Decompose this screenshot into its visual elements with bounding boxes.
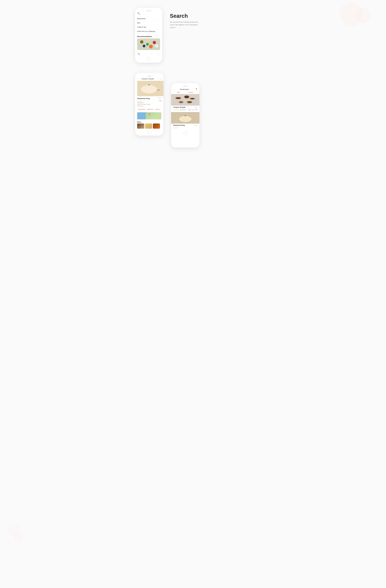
recommendations-title: Recommendations	[137, 36, 160, 38]
detail-stars: ★ ★ ★ ★ ★	[137, 101, 143, 102]
sk-star-1: ★	[173, 127, 174, 128]
shawarma-king-name: Shawarma King	[173, 124, 185, 126]
detail-name-row: Shawarma King 0.4 mi	[137, 98, 161, 99]
detail-price: $$$	[159, 100, 161, 102]
page-wrapper: 🔍 Restaurants Bars Coffee & Tea Order Pi…	[0, 0, 386, 588]
add-photo-button[interactable]: Add Photo	[147, 109, 153, 110]
card-2-heart-icon[interactable]: ♡	[197, 113, 198, 115]
phone-camera-1	[148, 9, 149, 10]
star-5: ★	[142, 101, 143, 102]
map-water-strip	[137, 112, 146, 119]
star-2: ★	[138, 101, 139, 102]
shawarma-king-meta: ★ ★ ★ ★ ★	[173, 126, 197, 129]
phone-home-button-1[interactable]	[147, 57, 150, 61]
restaurant-card-2[interactable]: ♡ Shawarma King 0.4mi ★ ★	[171, 112, 199, 130]
sk-star-2: ★	[174, 127, 175, 128]
nav-compass-icon[interactable]: ○	[145, 53, 146, 55]
search-bottom-nav: 🔍 ○ ♡ ◯	[135, 52, 162, 56]
shawarma-king-info: Shawarma King 0.4mi ★ ★ ★ ★ ★	[171, 124, 199, 130]
campus-teriyaki-info: Campus Teriyaki 0.4mi ★ ★ ★ ★ ★	[171, 105, 199, 112]
menu-thumb-3[interactable]	[153, 124, 160, 129]
ct-star-4: ★	[177, 109, 178, 110]
phone-top-1	[135, 8, 162, 12]
sk-star-3: ★	[175, 127, 176, 128]
restaurant-card-1[interactable]: ♡ Campus Teriyaki 0.4mi ★ ★	[171, 94, 199, 112]
campus-teriyaki-name-row: Campus Teriyaki 0.4mi	[173, 106, 197, 108]
blob-1	[340, 2, 363, 26]
sk-star-5: ★	[178, 127, 179, 128]
add-review-button[interactable]: Add Review	[138, 109, 145, 110]
detail-restaurant-distance: 0.4 mi	[158, 98, 161, 99]
shawarma-king-name-row: Shawarma King 0.4mi	[173, 124, 197, 126]
location-pin-icon[interactable]: 📍	[195, 88, 197, 90]
list-back-button[interactable]: ‹	[173, 88, 174, 90]
detail-header: ‹ Campus Teriyaki ♡ +	[135, 77, 163, 81]
phone-speaker-2	[183, 86, 188, 87]
ct-star-2: ★	[174, 109, 175, 110]
shawarma-king-stars: ★ ★ ★ ★ ★	[173, 127, 179, 128]
menu-thumb-2[interactable]	[145, 124, 152, 129]
campus-teriyaki-type: Janpanese	[180, 109, 186, 110]
list-item-bars[interactable]: Bars	[137, 21, 160, 25]
phone-camera-3	[149, 74, 150, 75]
phone-camera-2	[185, 85, 186, 86]
location-tab[interactable]: location	[188, 92, 193, 93]
campus-teriyaki-meta: ★ ★ ★ ★ ★ Janpanese | Open now $$$	[173, 108, 197, 111]
search-description: Search We combined the existing nearby a…	[170, 8, 198, 29]
detail-restaurant-info: Shawarma King 0.4 mi ★ ★ ★ ★ ★	[135, 96, 163, 107]
detail-phone: ‹ Campus Teriyaki ♡ + Shawarma King 0.4 …	[135, 73, 163, 136]
list-item-coffee-tea[interactable]: Coffee & Tea	[137, 25, 160, 29]
detail-heart-button[interactable]: ♡	[158, 78, 160, 80]
campus-teriyaki-image: ♡	[171, 94, 199, 105]
nav-heart-icon[interactable]: ♡	[151, 53, 153, 55]
campus-teriyaki-price: $$$	[195, 109, 197, 110]
main-content: 🔍 Restaurants Bars Coffee & Tea Order Pi…	[135, 0, 251, 158]
blob-3	[8, 524, 21, 537]
phone-bottom-1	[135, 56, 162, 63]
blob-2	[355, 8, 371, 23]
phone-top-3	[135, 73, 163, 77]
phone-bottom-2	[171, 130, 199, 137]
phone-speaker-3	[147, 76, 152, 76]
list-item-restaurants[interactable]: Restaurants	[137, 17, 160, 21]
restaurant-list-header: ‹ Resteraunts 📍	[171, 87, 199, 91]
soup-image-inner	[171, 112, 199, 124]
campus-teriyaki-stars: ★ ★ ★ ★ ★	[173, 109, 179, 110]
phone-home-button-3[interactable]	[147, 130, 151, 134]
section-detail: ‹ Campus Teriyaki ♡ + Shawarma King 0.4 …	[135, 73, 251, 147]
campus-teriyaki-status: Open now	[188, 109, 194, 110]
category-menu-list: Restaurants Bars Coffee & Tea Order Pick…	[137, 17, 160, 33]
detail-map[interactable]	[137, 112, 161, 119]
menu-thumb-1[interactable]	[137, 124, 144, 129]
blob-4	[13, 533, 23, 543]
ct-star-5: ★	[178, 109, 179, 110]
search-phone-screen: 🔍 Restaurants Bars Coffee & Tea Order Pi…	[135, 12, 162, 50]
list-item-order-pickup[interactable]: Order Pick up or Delievery	[137, 29, 160, 33]
filter-tab[interactable]: filter	[177, 92, 180, 93]
detail-food-image-inner	[137, 81, 163, 96]
list-header-title: Resteraunts	[180, 88, 189, 90]
phone-home-button-2[interactable]	[183, 131, 187, 135]
detail-plus-button[interactable]: +	[161, 78, 162, 80]
search-icon[interactable]: 🔍	[137, 12, 160, 15]
phone-speaker-1	[146, 11, 151, 11]
detail-restaurant-name: Shawarma King	[137, 98, 150, 99]
ct-star-1: ★	[173, 109, 174, 110]
detail-back-button[interactable]: ‹	[137, 78, 138, 80]
card-1-heart-icon[interactable]: ♡	[197, 95, 198, 97]
detail-food-image	[137, 81, 163, 96]
star-3: ★	[139, 101, 141, 102]
recommendations-image-inner	[137, 39, 160, 50]
detail-action-buttons: Add Review Add Photo Check in	[135, 107, 163, 111]
search-subtitle: We combined the existing nearby and sear…	[170, 21, 198, 29]
shawarma-king-image: ♡	[171, 112, 199, 124]
nav-user-icon[interactable]: ◯	[157, 53, 160, 55]
nav-search-icon[interactable]: 🔍	[138, 53, 140, 55]
detail-read-more[interactable]: Read more...	[137, 105, 161, 107]
restaurant-list-phone: ‹ Resteraunts 📍 filter location ♡	[171, 83, 199, 147]
campus-teriyaki-distance: 0.4mi	[194, 107, 197, 108]
check-in-button[interactable]: Check in	[155, 109, 160, 110]
phone-bottom-3	[135, 129, 163, 136]
star-4: ★	[141, 101, 142, 102]
detail-phone-title: Campus Teriyaki	[142, 78, 154, 80]
